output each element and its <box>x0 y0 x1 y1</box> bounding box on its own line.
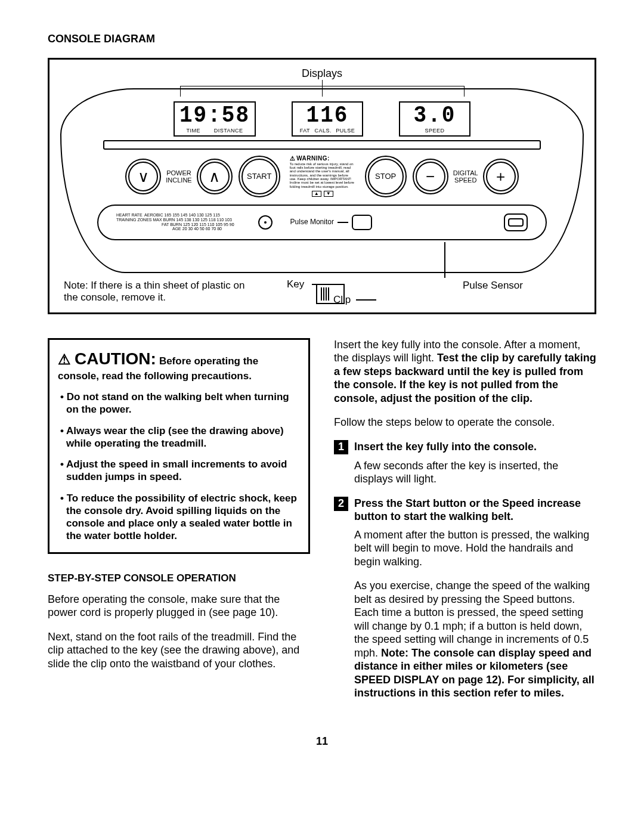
step-number: 1 <box>334 440 348 454</box>
display-time-distance: 19:58 TIME DISTANCE <box>174 101 256 137</box>
right-intro: Insert the key fully into the console. A… <box>334 338 596 405</box>
step-1-body: A few seconds after the key is inserted,… <box>354 459 596 486</box>
left-para: Next, stand on the foot rails of the tre… <box>48 630 310 671</box>
stop-button[interactable]: STOP <box>365 156 407 197</box>
display-value: 19:58 <box>179 104 250 128</box>
pulse-monitor-icon <box>352 215 372 230</box>
step-2-header: 2 Press the Start button or the Speed in… <box>334 497 596 524</box>
hr-line-vals: 165 155 145 140 130 125 115 <box>165 213 220 217</box>
displays-callout-label: Displays <box>299 67 345 80</box>
page-number: 11 <box>48 735 596 748</box>
pulse-monitor-text: Pulse Monitor <box>290 218 334 227</box>
step-1-header: 1 Insert the key fully into the console. <box>334 440 596 454</box>
step-title: Press the Start button or the Speed incr… <box>354 497 596 524</box>
incline-buttons: ∨ POWER INCLINE ∧ <box>125 159 232 194</box>
speed-up-button[interactable]: + <box>483 159 519 194</box>
section-heading: CONSOLE DIAGRAM <box>48 32 596 46</box>
diagram-note: Note: If there is a thin sheet of plasti… <box>64 280 255 304</box>
left-para: Before operating the console, make sure … <box>48 593 310 620</box>
display-cals-pulse: 116 FAT CALS. PULSE <box>292 101 363 137</box>
clip-callout: Clip <box>333 293 351 306</box>
mini-down-icon: ▼ <box>324 191 333 197</box>
hr-line-label: FAT BURN <box>162 222 182 227</box>
incline-label: POWER INCLINE <box>166 169 191 184</box>
warning-body: To reduce risk of serious injury, stand … <box>290 162 355 188</box>
display-speed: 3.0 SPEED <box>399 101 470 137</box>
hr-line-vals: 145 138 130 125 118 110 103 <box>176 218 231 222</box>
hr-line-label: MAX BURN <box>153 218 175 222</box>
step-2-body-b: As you exercise, change the speed of the… <box>354 579 596 700</box>
incline-up-button[interactable]: ∧ <box>197 159 233 194</box>
incline-down-button[interactable]: ∨ <box>125 159 161 194</box>
step-title: Insert the key fully into the console. <box>354 440 537 454</box>
pulse-monitor-label: Pulse Monitor <box>290 215 372 230</box>
lower-panel: HEART RATE AEROBIC 165 155 145 140 130 1… <box>97 205 547 240</box>
caution-list: Do not stand on the walking belt when tu… <box>58 391 300 543</box>
hr-line-vals: 20 30 40 50 60 70 80 <box>182 227 222 231</box>
speed-buttons: − DIGITAL SPEED + <box>413 159 519 194</box>
pulse-sensor-icon <box>504 213 528 231</box>
left-column: CAUTION: Before operating the console, r… <box>48 338 310 682</box>
caution-item: Adjust the speed in small increments to … <box>60 458 300 484</box>
caution-item: Do not stand on the walking belt when tu… <box>60 391 300 416</box>
hr-line-label: AGE <box>172 227 181 231</box>
step-section-title: STEP-BY-STEP CONSOLE OPERATION <box>48 572 310 584</box>
caution-title: CAUTION: <box>58 349 156 368</box>
console-strip <box>103 140 541 150</box>
caution-item: To reduce the possibility of electric sh… <box>60 492 300 543</box>
key-callout: Key <box>287 278 304 290</box>
warning-text: WARNING: To reduce risk of serious injur… <box>290 156 355 197</box>
warning-title: WARNING: <box>290 156 355 162</box>
speed-down-button[interactable]: − <box>413 159 448 194</box>
key-socket <box>258 215 273 230</box>
right-follow: Follow the steps below to operate the co… <box>334 416 596 429</box>
mini-up-icon: ▲ <box>312 191 321 197</box>
speed-label: DIGITAL SPEED <box>453 169 478 184</box>
hr-rowlabel: TRAINING ZONES <box>116 218 152 222</box>
console-outline: 19:58 TIME DISTANCE 116 FAT CALS. PULSE <box>60 88 584 273</box>
heart-rate-table: HEART RATE AEROBIC 165 155 145 140 130 1… <box>116 213 234 231</box>
right-column: Insert the key fully into the console. A… <box>334 338 596 711</box>
display-value: 116 <box>306 104 349 128</box>
caution-item: Always wear the clip (see the drawing ab… <box>60 425 300 450</box>
step-number: 2 <box>334 497 348 511</box>
pulse-sensor-callout: Pulse Sensor <box>463 279 523 292</box>
hr-line-vals: 125 120 115 110 105 95 90 <box>183 222 234 227</box>
hr-line-label: AEROBIC <box>144 213 163 217</box>
start-button[interactable]: START <box>239 156 280 197</box>
step-2-body-a: A moment after the button is pressed, th… <box>354 528 596 569</box>
hr-rowlabel: HEART RATE <box>116 213 143 217</box>
console-diagram: Displays 19:58 TIME DISTANCE 116 FAT CAL… <box>48 58 596 314</box>
display-value: 3.0 <box>414 104 456 128</box>
caution-box: CAUTION: Before operating the console, r… <box>48 338 310 554</box>
